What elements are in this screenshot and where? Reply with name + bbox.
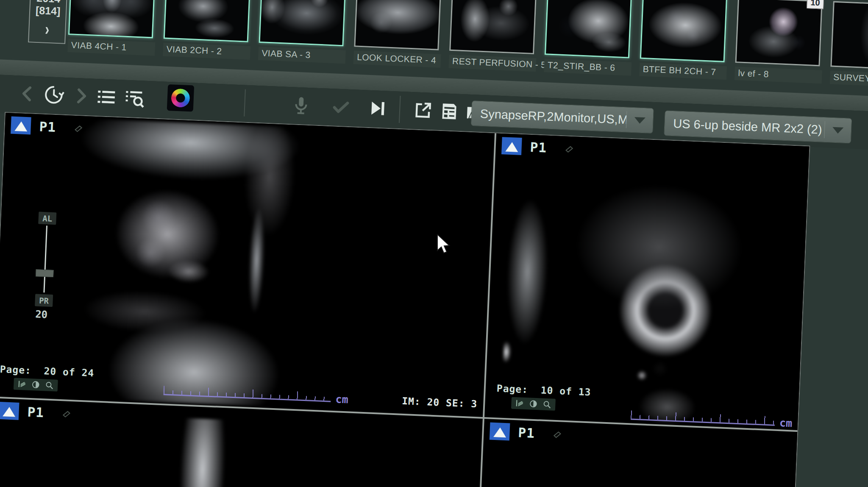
protocol-dropdown[interactable]: SynapseRP,2Monitor,US,MR <box>471 100 654 134</box>
thumbnail-label: REST PERFUSION - 5 <box>448 55 536 72</box>
expand-series-chevron-icon[interactable]: › <box>45 19 50 39</box>
magnifier-icon[interactable] <box>45 380 54 390</box>
thumbnail-label: T2_STIR_BB - 6 <box>544 58 632 76</box>
mri-image-coronal[interactable] <box>38 412 353 487</box>
report-button[interactable] <box>437 99 462 124</box>
contrast-icon[interactable] <box>529 399 538 409</box>
mouse-cursor <box>437 234 455 255</box>
ruler-unit-label: cm <box>335 393 348 406</box>
thumbnail-image[interactable] <box>354 0 441 50</box>
open-external-icon <box>412 100 434 121</box>
viewport-header: P1 <box>0 402 72 422</box>
thumbnail-label: LOOK LOCKER - 4 <box>353 50 441 68</box>
dictation-button[interactable] <box>289 93 313 117</box>
dropdown-arrow-icon[interactable] <box>825 127 851 134</box>
page-marker-triangle-icon[interactable] <box>501 137 522 155</box>
thumbnail-image[interactable] <box>449 0 537 54</box>
protocol-dropdown-value: SynapseRP,2Monitor,US,MR <box>471 106 626 127</box>
thumbnail-label: SURVEY <box>830 70 868 88</box>
checkmark-icon <box>331 97 351 117</box>
series-group-box[interactable]: 2014 [814] › <box>28 0 69 44</box>
viewport-mini-toolbar[interactable] <box>511 397 556 411</box>
viewport-top-left[interactable]: P1 AL PR 20 Page: 20 of 24 cm IM: 20 SE:… <box>0 113 495 417</box>
viewport-header: P1 <box>11 117 84 137</box>
thumbnail-btfe-bh-2ch[interactable]: BTFE BH 2CH - 7 <box>639 0 730 80</box>
thumbnail-image[interactable] <box>545 0 632 58</box>
patient-label: P1 <box>27 404 45 420</box>
slice-slider-track[interactable] <box>43 225 47 292</box>
mri-thumbnail-art <box>355 0 440 49</box>
thumbnail-image[interactable] <box>640 0 727 62</box>
slice-number: 20 <box>35 308 48 320</box>
export-button[interactable] <box>411 98 435 122</box>
history-button[interactable] <box>42 83 66 107</box>
thumbnail-label: BTFE BH 2CH - 7 <box>639 63 727 80</box>
image-series-info: IM: 20 SE: 3 <box>402 395 478 409</box>
thumbnail-viab-sa[interactable]: VIAB SA - 3 <box>258 0 349 64</box>
skip-to-end-button[interactable] <box>365 96 389 121</box>
skip-to-end-icon <box>367 98 387 119</box>
thumbnail-viab-2ch[interactable]: VIAB 2CH - 2 <box>163 0 253 60</box>
viewport-mini-toolbar[interactable] <box>14 378 58 391</box>
thumbnail-image[interactable] <box>164 0 251 42</box>
page-marker-triangle-icon[interactable] <box>11 117 31 135</box>
annotations-icon[interactable] <box>515 398 525 408</box>
thumbnail-image[interactable]: 10 <box>735 0 823 66</box>
series-search-button[interactable] <box>122 86 147 111</box>
annotation-pencil-icon[interactable] <box>74 122 84 133</box>
back-button[interactable] <box>15 81 40 106</box>
thumbnail-label: VIAB 2CH - 2 <box>163 42 250 60</box>
thumbnail-survey[interactable]: SURVEY <box>830 1 868 88</box>
toolbar-divider <box>244 89 246 117</box>
magnifier-icon[interactable] <box>542 400 552 409</box>
layout-dropdown[interactable]: US 6-up beside MR 2x2 (2) <box>664 110 852 143</box>
viewport-header: P1 <box>490 423 563 443</box>
thumbnail-viab-4ch[interactable]: VIAB 4CH - 1 <box>67 0 158 56</box>
series-count: [814] <box>35 4 61 17</box>
image-count-badge: 10 <box>807 0 824 9</box>
mri-thumbnail-art <box>641 0 726 61</box>
mri-thumbnail-art <box>70 0 154 37</box>
patient-label: P1 <box>39 119 56 135</box>
chevron-left-icon <box>18 84 37 103</box>
orientation-label-top: AL <box>38 212 56 225</box>
toolbar-divider <box>399 96 401 123</box>
approve-button[interactable] <box>328 95 353 119</box>
app-logo-icon[interactable] <box>167 84 195 112</box>
mri-thumbnail-art <box>737 0 821 65</box>
thumbnail-lv-ef[interactable]: 10 lv ef - 8 <box>734 0 825 84</box>
thumbnail-label: VIAB 4CH - 1 <box>67 39 155 56</box>
series-list-button[interactable] <box>94 85 119 109</box>
mri-thumbnail-art <box>546 0 631 57</box>
slice-slider-handle[interactable] <box>36 269 54 277</box>
chevron-right-icon <box>71 86 91 106</box>
viewport-header: P1 <box>501 137 575 157</box>
contrast-icon[interactable] <box>31 380 41 390</box>
thumbnail-label: VIAB SA - 3 <box>258 47 346 64</box>
list-icon <box>96 86 117 108</box>
mri-image-sagittal[interactable] <box>45 117 378 410</box>
thumbnail-rest-perfusion[interactable]: REST PERFUSION - 5 <box>448 0 539 72</box>
page-marker-triangle-icon[interactable] <box>490 423 510 441</box>
annotation-pencil-icon[interactable] <box>565 143 575 154</box>
mri-thumbnail-art <box>260 0 345 45</box>
thumbnail-image[interactable] <box>259 0 346 46</box>
page-marker-triangle-icon[interactable] <box>0 402 19 420</box>
mri-thumbnail-art <box>832 3 868 69</box>
layout-dropdown-value: US 6-up beside MR 2x2 (2) <box>665 116 825 137</box>
annotation-pencil-icon[interactable] <box>61 408 72 419</box>
list-search-icon <box>124 88 145 109</box>
annotations-icon[interactable] <box>17 379 27 389</box>
orientation-label-bottom: PR <box>35 294 53 307</box>
thumbnail-image[interactable] <box>68 0 156 38</box>
dropdown-arrow-icon[interactable] <box>626 117 653 124</box>
ruler-unit-label: cm <box>779 417 792 429</box>
thumbnail-look-locker[interactable]: LOOK LOCKER - 4 <box>353 0 444 68</box>
viewport-top-right[interactable]: P1 Page: 10 of 13 cm <box>484 134 809 430</box>
viewport-grid: P1 AL PR 20 Page: 20 of 24 cm IM: 20 SE:… <box>0 112 810 487</box>
history-clock-icon <box>43 84 65 106</box>
thumbnail-image[interactable] <box>830 1 868 70</box>
annotation-pencil-icon[interactable] <box>552 429 563 439</box>
thumbnail-t2-stir-bb[interactable]: T2_STIR_BB - 6 <box>544 0 634 76</box>
forward-button[interactable] <box>69 83 93 108</box>
